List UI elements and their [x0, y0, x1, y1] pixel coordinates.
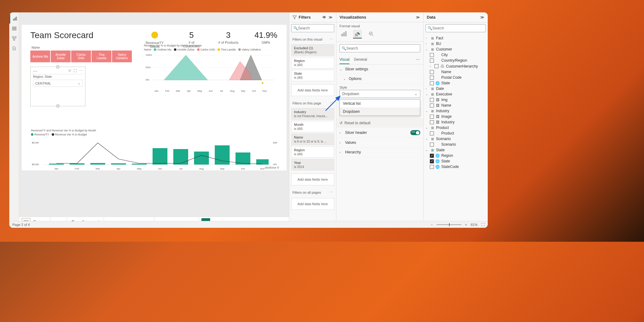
chart-revenue-svg: $0.5M $0.0M 100% 0%	[31, 137, 277, 171]
viz-search-input[interactable]	[346, 46, 418, 51]
zoom-slider[interactable]	[437, 224, 461, 225]
filter-card[interactable]: Stateis (All)	[291, 70, 334, 81]
more-icon[interactable]: ⋯	[330, 101, 333, 105]
svg-text:May: May	[137, 167, 141, 170]
row-hierarchy[interactable]: › Hierarchy	[336, 148, 423, 157]
viz-search[interactable]: 🔍	[339, 44, 420, 52]
region-dropdown[interactable]: CENTRAL ⌄	[33, 80, 83, 87]
analytics-icon[interactable]	[367, 30, 375, 38]
viz-title: Visualizations	[339, 15, 366, 20]
name-tile[interactable]: Tina Lassila	[92, 51, 111, 62]
data-search[interactable]: 🔍	[426, 24, 486, 32]
name-tile[interactable]: Valery Ushakov	[112, 51, 132, 62]
nav-rail	[9, 12, 19, 228]
table-bu[interactable]: ›⊞BU	[426, 41, 486, 46]
table-fact[interactable]: ›⊞Fact	[426, 35, 486, 41]
filter-icon	[292, 15, 297, 20]
svg-rect-39	[111, 163, 126, 165]
svg-text:Sep: Sep	[241, 90, 245, 92]
opt-dropdown[interactable]: Dropdown	[340, 108, 420, 116]
add-fields-visual[interactable]: Add data fields here	[291, 84, 334, 96]
filter-card[interactable]: Regionis (All)	[291, 146, 334, 158]
svg-rect-36	[49, 164, 64, 165]
tab-visual[interactable]: Visual	[339, 57, 349, 64]
col-country[interactable]: Country/Region	[426, 58, 486, 63]
filter-icon[interactable]: ▽	[68, 69, 71, 73]
add-fields-page[interactable]: Add data fields here	[291, 174, 334, 185]
col-region[interactable]: ✓🌐Region	[426, 153, 486, 158]
collapse-icon[interactable]: ≫	[480, 15, 485, 20]
more-icon[interactable]: ⋯	[416, 57, 420, 64]
col-exname[interactable]: 🖼Name	[426, 103, 486, 108]
row-slicer-settings[interactable]: ⌄ Slicer settings	[336, 64, 423, 74]
col-indname[interactable]: 🖼Industry	[426, 119, 486, 125]
nav-model-icon[interactable]	[9, 33, 19, 43]
col-statecode[interactable]: 🌐StateCode	[426, 164, 486, 170]
filter-card[interactable]: Yearis 2014	[291, 159, 334, 170]
collapse-icon[interactable]: ≫	[329, 15, 333, 20]
chart-variance[interactable]: Revenue Var % to Budget by Month and Nam…	[144, 44, 277, 97]
col-name[interactable]: Name	[426, 69, 486, 75]
reset-to-default[interactable]: ↺ Reset to default	[336, 118, 423, 128]
data-search-input[interactable]	[432, 26, 484, 30]
col-postal[interactable]: Postal Code	[426, 75, 486, 80]
visualizations-pane: Visualizations ≫ Format visual 🔍 Visual …	[336, 12, 423, 228]
svg-rect-65	[355, 34, 356, 36]
filter-card[interactable]: Monthis (All)	[291, 121, 334, 132]
filters-search[interactable]: 🔍	[291, 24, 334, 32]
table-state[interactable]: ⌄⊞State	[426, 147, 486, 153]
svg-text:Mar: Mar	[96, 167, 100, 170]
focus-icon[interactable]: ⛶	[73, 69, 77, 73]
col-state[interactable]: ✓🌐State	[426, 158, 486, 164]
zoom-out-icon[interactable]: −	[431, 223, 433, 227]
hier-customer[interactable]: ›品CustomerHierarchy	[426, 63, 486, 69]
table-customer[interactable]: ⌄⊞Customer	[426, 46, 486, 52]
opt-vertical-list[interactable]: Vertical list	[340, 99, 420, 108]
zoom-in-icon[interactable]: +	[465, 223, 467, 227]
table-scenario[interactable]: ⌄⊞Scenario	[426, 136, 486, 142]
slicer-header-toggle[interactable]: On	[410, 130, 420, 135]
status-bar: Page 2 of 4 − + 81% ⛶	[9, 221, 488, 228]
more-icon[interactable]: ⋯	[330, 37, 333, 41]
table-product[interactable]: ⌄⊞Product	[426, 125, 486, 130]
eye-icon[interactable]: 👁	[322, 15, 327, 20]
tab-general[interactable]: General	[354, 57, 367, 64]
filter-card[interactable]: Regionis (All)	[291, 57, 334, 68]
svg-rect-2	[16, 17, 17, 20]
nav-table-icon[interactable]	[9, 24, 19, 33]
add-fields-all[interactable]: Add data fields here	[291, 198, 334, 210]
row-slicer-header[interactable]: › Slicer header On	[336, 128, 423, 138]
table-industry[interactable]: ⌄⊞Industry	[426, 108, 486, 114]
more-icon[interactable]: ⋯	[79, 69, 83, 73]
svg-text:$0.0M: $0.0M	[32, 163, 39, 166]
collapse-icon[interactable]: ≫	[416, 15, 420, 20]
fit-page-icon[interactable]: ⛶	[481, 223, 485, 227]
build-visual-icon[interactable]	[339, 30, 348, 38]
name-tile[interactable]: Andrew Ma	[30, 51, 50, 62]
drag-handle-icon[interactable]: ⋯	[33, 69, 38, 73]
row-values[interactable]: › Values	[336, 138, 423, 148]
style-dropdown[interactable]: Dropdown ⌄	[339, 90, 420, 98]
col-img[interactable]: 🖼Img	[426, 97, 486, 103]
filter-card[interactable]: Excluded (1)(Blank) (Region)	[291, 44, 334, 56]
col-image[interactable]: 🖼Image	[426, 114, 486, 119]
svg-rect-62	[342, 34, 343, 36]
more-icon[interactable]: ⋯	[330, 190, 333, 194]
table-executive[interactable]: ⌄⊞Executive	[426, 91, 486, 97]
filter-card[interactable]: Nameis 6 or is 10 or is 9, is ...	[291, 134, 334, 145]
nav-dax-icon[interactable]	[9, 43, 19, 53]
filter-card[interactable]: Industryis not Financial, Insura...	[291, 108, 334, 120]
nav-report-icon[interactable]	[9, 14, 19, 24]
col-custstate[interactable]: 🌐State	[426, 80, 486, 86]
row-options[interactable]: ⌄ Options	[336, 74, 423, 84]
table-date[interactable]: ›⊞Date	[426, 86, 486, 91]
chart-revenue[interactable]: RevenueTY and Revenue Var % to Budget by…	[31, 129, 277, 176]
format-visual-icon[interactable]	[353, 30, 362, 38]
svg-text:May: May	[197, 90, 202, 92]
col-city[interactable]: City	[426, 52, 486, 58]
name-tile[interactable]: Carlos Grilo	[71, 51, 91, 62]
col-product[interactable]: Product	[426, 130, 486, 136]
name-tile[interactable]: Annelie Zubar	[51, 51, 71, 62]
col-scenario[interactable]: Scenario	[426, 142, 486, 147]
region-slicer-visual[interactable]: ⋯ ▽ ⛶ ⋯ Region, State CENTRAL ⌄	[30, 67, 85, 106]
